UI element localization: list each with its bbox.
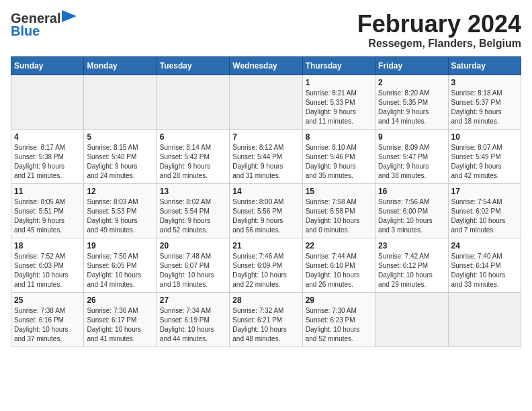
day-number: 11 [14,187,81,196]
day-number: 20 [160,241,226,250]
calendar-cell: 8Sunrise: 8:10 AM Sunset: 5:46 PM Daylig… [302,129,375,183]
calendar-cell: 29Sunrise: 7:30 AM Sunset: 6:23 PM Dayli… [302,292,375,347]
day-info: Sunrise: 7:30 AM Sunset: 6:23 PM Dayligh… [306,306,372,344]
day-info: Sunrise: 8:02 AM Sunset: 5:54 PM Dayligh… [160,197,226,235]
day-number: 9 [378,132,445,142]
day-info: Sunrise: 7:54 AM Sunset: 6:02 PM Dayligh… [451,197,518,235]
calendar-table: SundayMondayTuesdayWednesdayThursdayFrid… [11,56,521,347]
calendar-cell: 11Sunrise: 8:05 AM Sunset: 5:51 PM Dayli… [11,183,84,238]
day-number: 1 [306,78,372,87]
calendar-cell: 22Sunrise: 7:44 AM Sunset: 6:10 PM Dayli… [302,238,375,292]
day-number: 23 [378,241,445,250]
day-info: Sunrise: 8:21 AM Sunset: 5:33 PM Dayligh… [306,89,372,126]
calendar-cell [84,75,157,129]
calendar-title: February 2024 [357,11,521,38]
day-info: Sunrise: 7:50 AM Sunset: 6:05 PM Dayligh… [87,252,153,289]
calendar-cell: 25Sunrise: 7:38 AM Sunset: 6:16 PM Dayli… [11,292,84,347]
day-number: 15 [306,187,372,196]
day-info: Sunrise: 8:05 AM Sunset: 5:51 PM Dayligh… [14,197,81,235]
calendar-cell: 16Sunrise: 7:56 AM Sunset: 6:00 PM Dayli… [375,183,448,238]
page-header: General Blue February 2024 Ressegem, Fla… [11,11,521,50]
day-info: Sunrise: 7:36 AM Sunset: 6:17 PM Dayligh… [87,306,153,344]
calendar-cell: 4Sunrise: 8:17 AM Sunset: 5:38 PM Daylig… [11,129,84,183]
day-header-sunday: Sunday [11,56,84,75]
calendar-subtitle: Ressegem, Flanders, Belgium [357,38,521,50]
calendar-cell: 6Sunrise: 8:14 AM Sunset: 5:42 PM Daylig… [157,129,229,183]
calendar-week-4: 25Sunrise: 7:38 AM Sunset: 6:16 PM Dayli… [11,292,521,347]
calendar-cell: 12Sunrise: 8:03 AM Sunset: 5:53 PM Dayli… [84,183,157,238]
day-number: 13 [160,187,226,196]
days-of-week-row: SundayMondayTuesdayWednesdayThursdayFrid… [11,56,521,75]
calendar-cell [157,75,229,129]
calendar-cell: 19Sunrise: 7:50 AM Sunset: 6:05 PM Dayli… [84,238,157,292]
day-number: 22 [306,241,372,250]
calendar-cell: 21Sunrise: 7:46 AM Sunset: 6:09 PM Dayli… [230,238,302,292]
calendar-cell: 18Sunrise: 7:52 AM Sunset: 6:03 PM Dayli… [11,238,84,292]
day-info: Sunrise: 8:03 AM Sunset: 5:53 PM Dayligh… [87,197,153,235]
day-header-thursday: Thursday [302,56,375,75]
calendar-week-2: 11Sunrise: 8:05 AM Sunset: 5:51 PM Dayli… [11,183,521,238]
day-info: Sunrise: 8:09 AM Sunset: 5:47 PM Dayligh… [378,143,445,181]
calendar-cell: 13Sunrise: 8:02 AM Sunset: 5:54 PM Dayli… [157,183,229,238]
day-number: 8 [306,132,372,142]
day-header-wednesday: Wednesday [230,56,302,75]
calendar-cell: 20Sunrise: 7:48 AM Sunset: 6:07 PM Dayli… [157,238,229,292]
day-number: 25 [14,295,81,305]
day-number: 10 [451,132,518,142]
day-info: Sunrise: 8:20 AM Sunset: 5:35 PM Dayligh… [378,89,445,126]
calendar-header: SundayMondayTuesdayWednesdayThursdayFrid… [11,56,521,75]
day-number: 7 [232,132,299,142]
day-info: Sunrise: 8:07 AM Sunset: 5:49 PM Dayligh… [451,143,518,181]
day-number: 17 [451,187,518,196]
day-number: 14 [232,187,299,196]
day-info: Sunrise: 7:56 AM Sunset: 6:00 PM Dayligh… [378,197,445,235]
day-number: 5 [87,132,153,142]
day-header-monday: Monday [84,56,157,75]
calendar-cell [448,292,521,347]
day-number: 12 [87,187,153,196]
day-info: Sunrise: 8:14 AM Sunset: 5:42 PM Dayligh… [160,143,226,181]
day-info: Sunrise: 7:52 AM Sunset: 6:03 PM Dayligh… [14,252,81,289]
day-info: Sunrise: 7:48 AM Sunset: 6:07 PM Dayligh… [160,252,226,289]
calendar-cell: 14Sunrise: 8:00 AM Sunset: 5:56 PM Dayli… [230,183,302,238]
calendar-cell [230,75,302,129]
day-info: Sunrise: 8:10 AM Sunset: 5:46 PM Dayligh… [306,143,372,181]
calendar-week-1: 4Sunrise: 8:17 AM Sunset: 5:38 PM Daylig… [11,129,521,183]
day-number: 26 [87,295,153,305]
day-number: 3 [451,78,518,87]
day-number: 18 [14,241,81,250]
calendar-cell: 2Sunrise: 8:20 AM Sunset: 5:35 PM Daylig… [375,75,448,129]
day-header-tuesday: Tuesday [157,56,229,75]
day-info: Sunrise: 8:12 AM Sunset: 5:44 PM Dayligh… [232,143,299,181]
day-number: 28 [232,295,299,305]
calendar-cell: 28Sunrise: 7:32 AM Sunset: 6:21 PM Dayli… [230,292,302,347]
day-header-saturday: Saturday [448,56,521,75]
day-info: Sunrise: 8:18 AM Sunset: 5:37 PM Dayligh… [451,89,518,126]
day-info: Sunrise: 7:34 AM Sunset: 6:19 PM Dayligh… [160,306,226,344]
day-number: 16 [378,187,445,196]
day-info: Sunrise: 7:46 AM Sunset: 6:09 PM Dayligh… [232,252,299,289]
day-info: Sunrise: 8:00 AM Sunset: 5:56 PM Dayligh… [232,197,299,235]
calendar-cell: 10Sunrise: 8:07 AM Sunset: 5:49 PM Dayli… [448,129,521,183]
calendar-body: 1Sunrise: 8:21 AM Sunset: 5:33 PM Daylig… [11,75,521,347]
day-number: 27 [160,295,226,305]
calendar-cell: 26Sunrise: 7:36 AM Sunset: 6:17 PM Dayli… [84,292,157,347]
day-info: Sunrise: 7:42 AM Sunset: 6:12 PM Dayligh… [378,252,445,289]
calendar-cell: 15Sunrise: 7:58 AM Sunset: 5:58 PM Dayli… [302,183,375,238]
day-number: 29 [306,295,372,305]
day-number: 21 [232,241,299,250]
day-header-friday: Friday [375,56,448,75]
day-info: Sunrise: 7:58 AM Sunset: 5:58 PM Dayligh… [306,197,372,235]
day-info: Sunrise: 8:15 AM Sunset: 5:40 PM Dayligh… [87,143,153,181]
calendar-cell: 17Sunrise: 7:54 AM Sunset: 6:02 PM Dayli… [448,183,521,238]
day-number: 24 [451,241,518,250]
calendar-cell: 7Sunrise: 8:12 AM Sunset: 5:44 PM Daylig… [230,129,302,183]
logo-arrow-icon [62,10,77,22]
day-number: 19 [87,241,153,250]
logo: General Blue [11,11,77,39]
day-info: Sunrise: 8:17 AM Sunset: 5:38 PM Dayligh… [14,143,81,181]
day-info: Sunrise: 7:32 AM Sunset: 6:21 PM Dayligh… [232,306,299,344]
calendar-cell: 5Sunrise: 8:15 AM Sunset: 5:40 PM Daylig… [84,129,157,183]
calendar-cell: 1Sunrise: 8:21 AM Sunset: 5:33 PM Daylig… [302,75,375,129]
calendar-week-0: 1Sunrise: 8:21 AM Sunset: 5:33 PM Daylig… [11,75,521,129]
